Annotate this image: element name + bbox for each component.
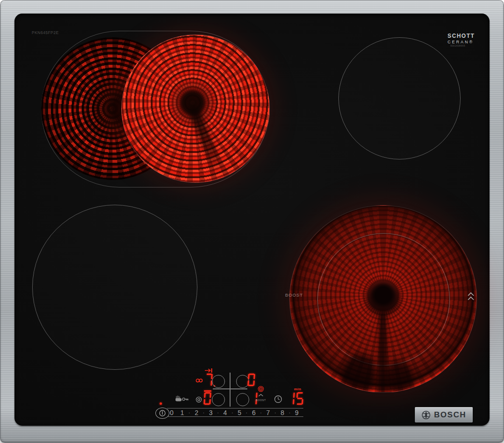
zone-select-front-left[interactable] bbox=[212, 393, 225, 406]
power-standby-icon bbox=[159, 409, 166, 417]
display-extension-bar bbox=[204, 390, 211, 392]
boost-key chevron-up-icon[interactable] bbox=[258, 394, 264, 397]
bosch-armature-icon bbox=[421, 410, 431, 420]
slider-step[interactable]: 2 bbox=[195, 409, 198, 416]
timer-key clock-icon[interactable] bbox=[274, 395, 282, 403]
boost-indicator target-rings-icon bbox=[258, 386, 264, 392]
zone-rear-right bbox=[338, 37, 461, 159]
schott-logo-line2: CERAN® bbox=[448, 40, 474, 44]
slider-step[interactable]: 5 bbox=[238, 409, 241, 416]
zone-front-left bbox=[32, 205, 197, 370]
dual-zone-active infinity-icon bbox=[196, 378, 203, 383]
power-on-indicator bbox=[160, 402, 162, 405]
display-timer-tens bbox=[287, 392, 295, 405]
slider-step[interactable]: 8 bbox=[280, 409, 284, 416]
bosch-badge: BOSCH bbox=[415, 407, 473, 422]
zone-select-rear-left[interactable] bbox=[212, 375, 225, 388]
slider-track-bottom bbox=[167, 416, 303, 417]
power-button[interactable] bbox=[155, 408, 169, 419]
display-timer-ones bbox=[296, 392, 304, 405]
slider-step[interactable]: · bbox=[216, 410, 220, 415]
ceramic-glass-surface: PKN645FP2E SCHOTT CERAN® 9001608665 BOOS… bbox=[14, 14, 490, 426]
slider-step[interactable]: · bbox=[202, 410, 205, 415]
extend-zone arrow-to-bar-icon bbox=[205, 368, 213, 373]
heating-element-hub bbox=[367, 283, 399, 315]
display-front-left-power bbox=[203, 392, 211, 405]
slider-step[interactable]: · bbox=[188, 410, 191, 415]
slider-step[interactable]: · bbox=[288, 410, 292, 415]
schott-logo-line1: SCHOTT bbox=[448, 33, 474, 39]
boost-key-label[interactable]: BOOST bbox=[254, 399, 268, 401]
slider-step[interactable]: 7 bbox=[266, 409, 270, 416]
schott-ceran-logo: SCHOTT CERAN® bbox=[448, 33, 474, 44]
power-level-slider[interactable]: 01·2·3·4·5·6·7·8·9 bbox=[170, 408, 299, 416]
slider-step[interactable]: 0 bbox=[170, 409, 174, 416]
hand-with-key-icon[interactable] bbox=[175, 395, 189, 402]
zone-front-right-glow bbox=[289, 205, 477, 393]
glass-serial-number: 9001608665 bbox=[450, 44, 465, 47]
slider-step[interactable]: · bbox=[273, 410, 277, 415]
slider-step[interactable]: · bbox=[231, 410, 234, 415]
heating-element-stem bbox=[379, 312, 386, 393]
timer-unit-label: min bbox=[294, 387, 301, 391]
zone-select-front-right[interactable] bbox=[236, 393, 249, 406]
display-rear-right-power bbox=[247, 374, 255, 386]
slider-step[interactable]: 6 bbox=[252, 409, 256, 416]
slider-step[interactable]: 3 bbox=[209, 409, 213, 416]
model-number-label: PKN645FP2E bbox=[32, 30, 59, 35]
slider-step[interactable]: 9 bbox=[295, 409, 299, 416]
slider-step[interactable]: · bbox=[259, 410, 263, 415]
boost-glass-label: BOOST bbox=[285, 292, 303, 298]
heating-element-arm bbox=[187, 104, 224, 174]
dual-zone-button double-circle-icon[interactable] bbox=[196, 396, 202, 403]
bosch-logo-text: BOSCH bbox=[434, 410, 466, 420]
zone-map-horizontal-line bbox=[213, 388, 247, 389]
zone-map-vertical-line bbox=[230, 373, 231, 407]
double-chevron-up-icon bbox=[467, 291, 475, 302]
slider-step[interactable]: · bbox=[245, 410, 248, 415]
slider-step[interactable]: 1 bbox=[180, 409, 184, 416]
slider-step[interactable]: 4 bbox=[223, 409, 227, 416]
zone-rear-left-main-glow bbox=[121, 35, 270, 183]
